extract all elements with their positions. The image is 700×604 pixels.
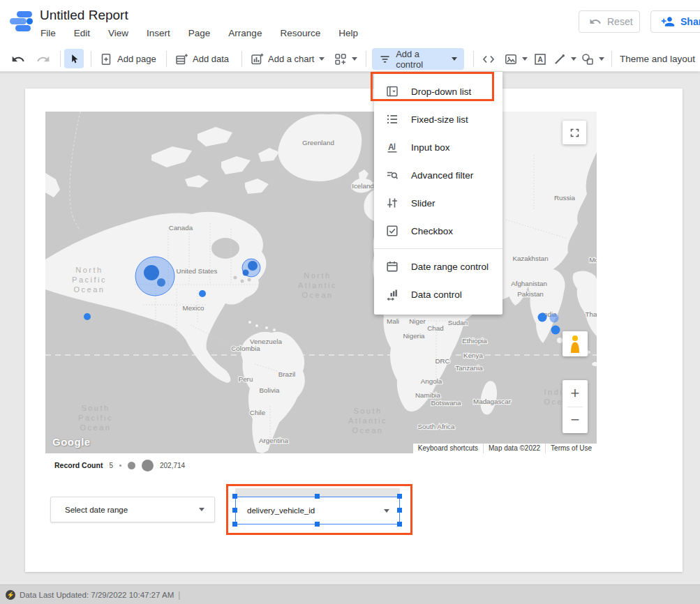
text-box-icon: A (533, 52, 547, 66)
svg-text:Canada: Canada (169, 224, 193, 232)
menu-item-checkbox[interactable]: Checkbox (374, 217, 502, 245)
menu-edit[interactable]: Edit (74, 28, 90, 38)
menu-item-advanced-filter[interactable]: Advanced filter (374, 161, 502, 189)
menu-item-label: Slider (411, 198, 435, 209)
menu-item-fixed-size-list[interactable]: Fixed-size list (374, 105, 502, 133)
data-studio-logo[interactable] (10, 10, 33, 32)
menu-item-input-box[interactable]: A Input box (374, 133, 502, 161)
svg-text:Angola: Angola (421, 377, 442, 385)
share-button[interactable]: Share (650, 10, 700, 33)
pegman-control[interactable] (563, 331, 588, 356)
svg-text:A: A (537, 54, 543, 63)
menu-arrange[interactable]: Arrange (228, 28, 262, 38)
selection-handle[interactable] (315, 522, 320, 527)
insert-shape-button[interactable] (581, 46, 604, 72)
svg-text:Ocean: Ocean (80, 423, 112, 432)
svg-text:Mexico: Mexico (182, 304, 204, 312)
chevron-down-icon (571, 57, 576, 61)
svg-text:Pacific: Pacific (72, 275, 107, 284)
dropdown-field-label: delivery_vehicle_id (247, 506, 315, 515)
selection-handle[interactable] (397, 508, 402, 513)
svg-text:Tanzania: Tanzania (455, 364, 483, 372)
menu-item-label: Input box (411, 142, 450, 153)
svg-text:A: A (388, 142, 394, 152)
data-last-updated: Data Last Updated: 7/29/2022 10:47:27 AM (20, 591, 174, 599)
app-header: Untitled Report File Edit View Insert Pa… (0, 0, 700, 46)
menu-file[interactable]: File (40, 28, 56, 38)
pegman-icon (567, 335, 583, 353)
svg-text:Namibia: Namibia (415, 391, 440, 399)
add-data-button[interactable]: Add data (174, 46, 229, 72)
menu-view[interactable]: View (108, 28, 128, 38)
community-visualizations-button[interactable] (334, 46, 357, 72)
select-cursor-button[interactable] (64, 49, 84, 68)
add-chart-button[interactable]: Add a chart (250, 46, 325, 72)
status-bar: ⚡ Data Last Updated: 7/29/2022 10:47:27 … (0, 584, 700, 604)
terms-of-use-link[interactable]: Terms of Use (545, 444, 597, 453)
svg-text:Niger: Niger (409, 317, 426, 325)
theme-and-layout-button[interactable]: Theme and layout (620, 46, 695, 72)
add-page-button[interactable]: Add page (99, 46, 156, 72)
share-label: Share (680, 16, 700, 27)
menu-resource[interactable]: Resource (280, 28, 320, 38)
add-chart-icon (250, 52, 264, 66)
redo-button[interactable] (36, 46, 50, 72)
menu-item-data-control[interactable]: Data control (374, 280, 502, 308)
zoom-in-button[interactable]: + (563, 381, 588, 407)
menu-page[interactable]: Page (188, 28, 211, 38)
menu-insert[interactable]: Insert (147, 28, 170, 38)
reset-button[interactable]: Reset (579, 10, 640, 33)
svg-text:Ocean: Ocean (302, 291, 334, 299)
selection-handle[interactable] (232, 522, 237, 527)
menu-item-date-range-control[interactable]: Date range control (374, 252, 502, 280)
date-range-control[interactable]: Select date range (50, 497, 215, 522)
world-map: North Pacific Ocean North Atlantic Ocean… (45, 112, 597, 453)
shape-icon (581, 52, 595, 66)
fixed-size-list-icon (385, 112, 399, 126)
svg-text:Pacific: Pacific (78, 414, 113, 422)
menu-item-drop-down-list[interactable]: Drop-down list (374, 77, 502, 105)
chevron-down-icon (352, 57, 357, 61)
dropdown-list-control[interactable]: delivery_vehicle_id (235, 497, 400, 524)
bubble-map-chart[interactable]: North Pacific Ocean North Atlantic Ocean… (45, 112, 597, 453)
add-chart-label: Add a chart (268, 54, 315, 64)
undo-button[interactable] (11, 46, 25, 72)
svg-text:Atlantic: Atlantic (348, 416, 387, 425)
selection-handle[interactable] (232, 494, 237, 499)
person-add-icon (661, 15, 675, 29)
svg-text:Brazil: Brazil (278, 370, 296, 378)
image-icon (504, 52, 518, 66)
selection-handle[interactable] (315, 494, 320, 499)
report-title[interactable]: Untitled Report (40, 8, 128, 23)
selection-handle[interactable] (397, 494, 402, 499)
selection-handle[interactable] (232, 508, 237, 513)
community-viz-icon (334, 52, 348, 66)
svg-text:Botswana: Botswana (431, 399, 461, 407)
legend-bubble-small (119, 465, 121, 467)
refresh-bolt-icon: ⚡ (6, 590, 15, 600)
filter-list-icon (379, 53, 391, 66)
svg-text:Mo: Mo (589, 256, 597, 264)
svg-text:Ocean: Ocean (352, 426, 384, 435)
menu-help[interactable]: Help (338, 28, 358, 38)
add-a-control-button[interactable]: Add a control (372, 48, 464, 70)
add-control-menu: Drop-down list Fixed-size list A Input b… (374, 72, 502, 315)
keyboard-shortcuts-link[interactable]: Keyboard shortcuts (413, 444, 483, 453)
theme-and-layout-label: Theme and layout (620, 54, 695, 64)
toolbar: Add page Add data Add a chart Add a cont… (0, 46, 700, 72)
insert-image-button[interactable] (504, 46, 528, 72)
menu-item-slider[interactable]: Slider (374, 189, 502, 217)
svg-text:North: North (75, 266, 103, 274)
workspace: North Pacific Ocean North Atlantic Ocean… (0, 73, 700, 584)
legend-bubble-large (142, 460, 154, 471)
embed-code-button[interactable] (482, 46, 496, 72)
fullscreen-button[interactable] (563, 121, 586, 144)
selection-handle[interactable] (397, 522, 402, 527)
svg-text:Chile: Chile (250, 409, 266, 416)
insert-text-button[interactable]: A (533, 46, 547, 72)
svg-text:Ocean: Ocean (74, 285, 105, 294)
zoom-out-button[interactable]: − (563, 407, 588, 433)
add-control-label: Add a control (396, 49, 447, 70)
insert-line-button[interactable] (553, 46, 576, 72)
report-canvas[interactable]: North Pacific Ocean North Atlantic Ocean… (25, 89, 683, 572)
